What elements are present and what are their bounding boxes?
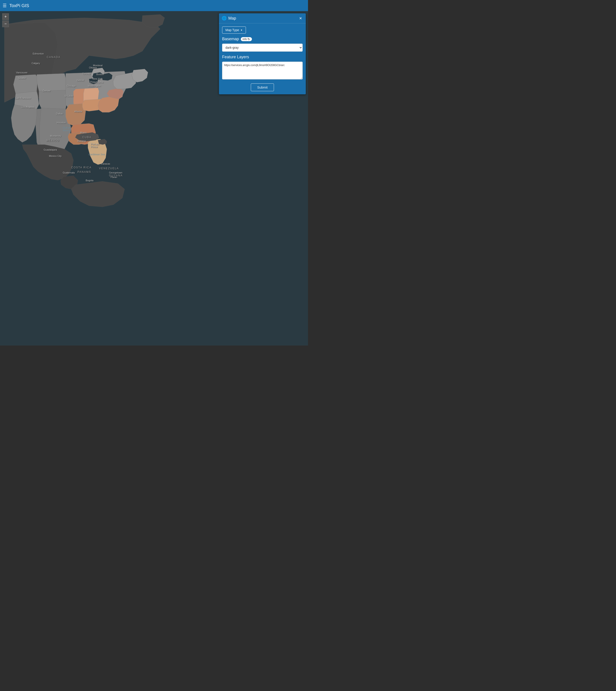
basemap-select[interactable]: dark-gray streets satellite topo gray na… (222, 44, 303, 52)
basemap-section-label: Basemap info ↻ (222, 37, 303, 41)
submit-button[interactable]: Submit (251, 84, 274, 91)
info-badge-text: info (243, 38, 247, 41)
panel-title: Map (228, 16, 298, 21)
app-header: ☰ ToxPi GIS (0, 0, 308, 11)
zoom-out-button[interactable]: − (2, 20, 9, 27)
globe-icon: 🌐 (222, 16, 226, 21)
feature-layers-label: Feature Layers (222, 55, 303, 60)
panel-body: Map Type ▼ Basemap info ↻ dark-gray stre… (219, 23, 306, 94)
map-panel: 🌐 Map ✕ Map Type ▼ Basemap info ↻ dark-g… (219, 13, 306, 94)
panel-header: 🌐 Map ✕ (219, 13, 306, 23)
map-type-caret-icon: ▼ (240, 29, 243, 31)
refresh-icon: ↻ (247, 37, 250, 41)
map-type-button[interactable]: Map Type ▼ (222, 26, 246, 34)
map-type-label: Map Type (225, 28, 239, 32)
submit-row: Submit (222, 84, 303, 91)
hamburger-menu[interactable]: ☰ (3, 3, 7, 8)
zoom-in-button[interactable]: + (2, 13, 9, 20)
app-title: ToxPi GIS (9, 3, 29, 8)
map-area[interactable]: Edmonton Calgary Vancouver Seattle San F… (0, 11, 308, 346)
feature-layers-textarea[interactable]: https://services.arcgis.com/jlL9msH9OI20… (222, 62, 303, 80)
zoom-controls: + − (2, 13, 9, 27)
panel-close-button[interactable]: ✕ (298, 16, 303, 21)
info-badge[interactable]: info ↻ (241, 37, 252, 41)
